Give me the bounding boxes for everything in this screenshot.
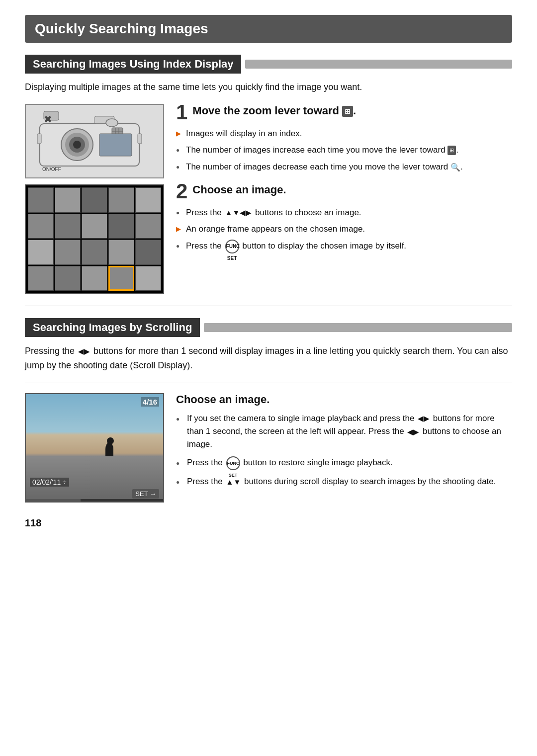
scroll-image: 4/16 02/02/'11 ÷ SET →	[25, 393, 164, 503]
step1: 1 Move the zoom lever toward ⊞. Images w…	[176, 104, 512, 173]
section1-intro: Displaying multiple images at the same t…	[25, 81, 512, 94]
index-image	[25, 184, 164, 294]
main-title: Quickly Searching Images	[25, 15, 512, 43]
arrow-icon-5: ▲▼	[226, 476, 241, 488]
svg-rect-15	[99, 134, 132, 156]
scrolling-intro: Pressing the ◀▶ buttons for more than 1 …	[25, 344, 512, 373]
choose-section: Choose an image. If you set the camera t…	[176, 393, 512, 493]
choose-bullet-1: If you set the camera to single image pl…	[176, 412, 512, 451]
divider-2	[25, 383, 512, 383]
index-grid	[26, 185, 163, 293]
step1-bullet-1: Images will display in an index.	[176, 127, 512, 140]
svg-rect-13	[138, 134, 142, 144]
svg-text:ON/OFF: ON/OFF	[42, 167, 61, 172]
step1-bullets: Images will display in an index. The num…	[176, 127, 512, 173]
arrow-icon-1: ▲▼◀▶	[225, 207, 252, 219]
choose-bullet-2: Press the FUNCSET button to restore sing…	[176, 456, 512, 470]
step2-title: Choose an image.	[192, 183, 286, 197]
scroll-image-inner: 4/16 02/02/'11 ÷ SET →	[26, 394, 163, 502]
section2-header-bar	[204, 323, 512, 332]
section2-header: Searching Images by Scrolling	[25, 318, 512, 337]
step-images: ON/OFF ✖	[25, 104, 164, 294]
arrow-icon-2: ◀▶	[78, 345, 90, 357]
choose-bullet-3: Press the ▲▼ buttons during scroll displ…	[176, 475, 512, 488]
photo-set-btn: SET →	[132, 489, 159, 499]
step2-bullets: Press the ▲▼◀▶ buttons to choose an imag…	[176, 206, 512, 253]
choose-title: Choose an image.	[176, 393, 512, 406]
section1-header: Searching Images Using Index Display	[25, 55, 512, 74]
photo-date: 02/02/'11 ÷	[30, 478, 69, 487]
func-icon-2: FUNCSET	[226, 456, 240, 470]
person-head	[107, 437, 114, 444]
step2-number: 2	[176, 181, 187, 202]
step1-title: Move the zoom lever toward ⊞.	[192, 104, 356, 118]
section1-title: Searching Images Using Index Display	[25, 55, 241, 74]
camera-svg: ON/OFF ✖	[35, 109, 154, 173]
step1-bullet-2: The number of images increase each time …	[176, 144, 512, 157]
scrolling-section: Searching Images by Scrolling Pressing t…	[25, 318, 512, 503]
step-section: ON/OFF ✖	[25, 104, 512, 294]
step1-number: 1	[176, 102, 187, 123]
svg-text:✖: ✖	[44, 114, 52, 125]
svg-point-14	[106, 119, 118, 127]
scroll-display-section: 4/16 02/02/'11 ÷ SET → Choose an image. …	[25, 393, 512, 503]
step1-bullet-3: The number of images decrease each time …	[176, 161, 512, 173]
step2-bullet-2: An orange frame appears on the chosen im…	[176, 223, 512, 236]
divider-1	[25, 306, 512, 306]
svg-point-4	[73, 141, 81, 149]
step2-bullet-3: Press the FUNCSET button to display the …	[176, 240, 512, 253]
choose-bullets: If you set the camera to single image pl…	[176, 412, 512, 488]
section1-header-bar	[245, 60, 512, 69]
svg-rect-12	[37, 134, 41, 144]
arrow-icon-4: ◀▶	[407, 426, 419, 437]
photo-counter: 4/16	[141, 397, 159, 407]
page-content: Quickly Searching Images Searching Image…	[0, 0, 537, 756]
arrow-icon-3: ◀▶	[418, 413, 430, 424]
page-number: 118	[25, 517, 512, 529]
battery-fill	[26, 499, 81, 502]
step2-bullet-1: Press the ▲▼◀▶ buttons to choose an imag…	[176, 206, 512, 219]
camera-image: ON/OFF ✖	[25, 104, 164, 178]
person-body	[105, 442, 113, 456]
func-icon-1: FUNCSET	[225, 240, 239, 253]
steps-content: 1 Move the zoom lever toward ⊞. Images w…	[176, 104, 512, 294]
step2: 2 Choose an image. Press the ▲▼◀▶ button…	[176, 183, 512, 253]
section2-title: Searching Images by Scrolling	[25, 318, 200, 337]
